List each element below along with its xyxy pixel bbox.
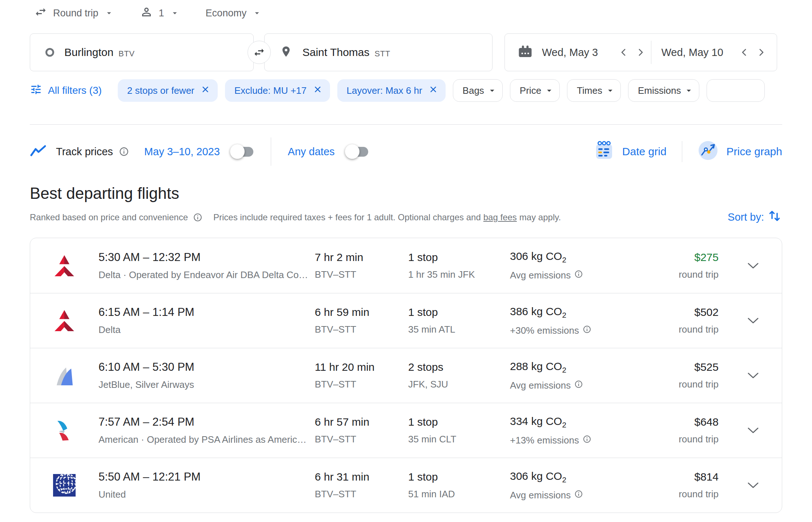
departure-date-group: Wed, May 3	[532, 44, 649, 61]
flight-row[interactable]: 7:57 AM – 2:54 PM American · Operated by…	[30, 403, 782, 458]
flight-row[interactable]: 6:10 AM – 5:30 PM JetBlue, Silver Airway…	[30, 348, 782, 403]
return-date-previous-button[interactable]	[736, 44, 753, 61]
destination-field[interactable]: Saint Thomas STT	[264, 33, 493, 71]
co2-amount: 306 kg CO2	[510, 250, 626, 264]
all-filters-button[interactable]: All filters (3)	[30, 83, 102, 98]
active-filter-chip[interactable]: 2 stops or fewer	[118, 79, 218, 102]
active-filter-chip[interactable]: Exclude: MU +17	[225, 79, 330, 102]
carrier-note: Delta	[99, 324, 311, 336]
return-date-group: Wed, May 10	[654, 44, 770, 61]
airline-logo	[30, 474, 99, 497]
info-icon[interactable]	[574, 270, 583, 281]
info-icon[interactable]	[583, 325, 591, 336]
calendar-icon	[518, 44, 532, 60]
swap-horiz-icon	[34, 5, 47, 21]
date-divider	[651, 41, 651, 64]
info-icon[interactable]	[583, 435, 591, 446]
price: $275	[626, 251, 719, 264]
trend-line-icon	[30, 144, 47, 159]
united-logo-icon	[53, 474, 76, 497]
flight-duration: 6 hr 59 min	[315, 306, 408, 318]
price: $525	[626, 361, 719, 373]
best-flights-list: 5:30 AM – 12:32 PM Delta · Operated by E…	[30, 238, 782, 513]
info-icon[interactable]	[574, 490, 583, 501]
date-grid-button[interactable]: Date grid	[593, 140, 667, 164]
trip-type-note: round trip	[626, 379, 719, 390]
results-header: Best departing flights Ranked based on p…	[30, 184, 782, 226]
track-prices-label: Track prices	[56, 146, 113, 158]
origin-circle-icon	[45, 48, 54, 57]
trip-type-label: Round trip	[53, 8, 99, 19]
flight-duration: 7 hr 2 min	[315, 251, 408, 264]
track-prices-row: Track prices May 3–10, 2023 Any dates Da…	[30, 137, 782, 166]
chevron-down-icon	[747, 262, 759, 269]
departure-date-next-button[interactable]	[632, 44, 649, 61]
delta-logo-icon	[53, 309, 76, 332]
chevron-down-icon	[170, 8, 180, 18]
flight-times: 5:30 AM – 12:32 PM	[99, 251, 315, 264]
filter-chip-label: Bags	[463, 85, 484, 96]
active-filter-chip[interactable]: Layover: Max 6 hr	[337, 79, 446, 102]
chevron-down-icon	[747, 482, 759, 489]
flight-row[interactable]: 6:15 AM – 1:14 PM Delta 6 hr 59 min BTV–…	[30, 293, 782, 348]
track-date-range-option[interactable]: May 3–10, 2023	[144, 146, 220, 158]
filter-dropdown-chip[interactable]: Emissions	[628, 79, 699, 102]
departure-date-previous-button[interactable]	[615, 44, 632, 61]
track-date-range-toggle[interactable]	[230, 144, 254, 159]
any-dates-option[interactable]: Any dates	[288, 146, 335, 158]
info-icon[interactable]	[193, 213, 202, 222]
return-date-next-button[interactable]	[753, 44, 769, 61]
chevron-down-icon	[487, 85, 497, 96]
carrier-note: JetBlue, Silver Airways	[99, 379, 311, 390]
close-icon[interactable]	[313, 84, 323, 97]
stops-detail: JFK, SJU	[408, 379, 510, 390]
emissions-note: Avg emissions	[510, 490, 571, 501]
return-date[interactable]: Wed, May 10	[662, 47, 723, 59]
flight-row[interactable]: 5:50 AM – 12:21 PM United 6 hr 31 min BT…	[30, 458, 782, 513]
trip-options-toolbar: Round trip 1 Economy	[34, 4, 782, 23]
filter-chip-label: Times	[577, 85, 602, 96]
info-icon[interactable]	[119, 146, 129, 157]
cabin-class-selector[interactable]: Economy	[206, 8, 262, 19]
bag-fees-link[interactable]: bag fees	[483, 212, 517, 222]
emissions-note: +13% emissions	[510, 435, 579, 446]
flight-route: BTV–STT	[315, 379, 408, 390]
swap-airports-button[interactable]	[248, 41, 271, 64]
all-filters-label: All filters (3)	[48, 85, 102, 96]
stops-count: 1 stop	[408, 471, 510, 483]
flight-duration: 6 hr 31 min	[315, 471, 408, 483]
passengers-selector[interactable]: 1	[140, 5, 180, 21]
place-pin-icon	[280, 45, 292, 59]
filter-dropdown-chip[interactable]: Bags	[453, 79, 503, 102]
origin-city: Burlington	[64, 46, 113, 59]
filter-chip-label: 2 stops or fewer	[127, 85, 194, 96]
fees-note: Prices include required taxes + fees for…	[213, 212, 561, 222]
passenger-count: 1	[159, 8, 164, 19]
expand-flight-button[interactable]	[741, 364, 765, 387]
trip-type-selector[interactable]: Round trip	[34, 5, 114, 21]
filter-dropdown-chip[interactable]: Times	[567, 79, 621, 102]
price-graph-button[interactable]: Price graph	[698, 140, 782, 164]
filter-dropdown-chip[interactable]: Price	[510, 79, 560, 102]
close-icon[interactable]	[428, 84, 438, 97]
expand-flight-button[interactable]	[741, 254, 765, 277]
results-subtitle: Ranked based on price and convenience Pr…	[30, 212, 561, 222]
flight-row[interactable]: 5:30 AM – 12:32 PM Delta · Operated by E…	[30, 238, 782, 293]
expand-flight-button[interactable]	[741, 419, 765, 442]
expand-flight-button[interactable]	[741, 309, 765, 332]
any-dates-toggle[interactable]	[345, 144, 369, 159]
info-icon[interactable]	[574, 380, 583, 391]
close-icon[interactable]	[200, 84, 210, 97]
departure-date[interactable]: Wed, May 3	[542, 47, 598, 59]
expand-flight-button[interactable]	[741, 474, 765, 497]
clipped-filter-chip[interactable]	[707, 79, 765, 102]
origin-field[interactable]: Burlington BTV	[30, 33, 254, 71]
date-grid-icon	[593, 140, 614, 164]
destination-airport-code: STT	[375, 47, 390, 59]
vertical-divider	[271, 137, 271, 166]
price: $502	[626, 306, 719, 318]
stops-count: 1 stop	[408, 251, 510, 264]
sort-by-button[interactable]: Sort by:	[728, 208, 782, 226]
carrier-note: Delta · Operated by Endeavor Air DBA Del…	[99, 269, 311, 281]
stops-count: 1 stop	[408, 416, 510, 428]
